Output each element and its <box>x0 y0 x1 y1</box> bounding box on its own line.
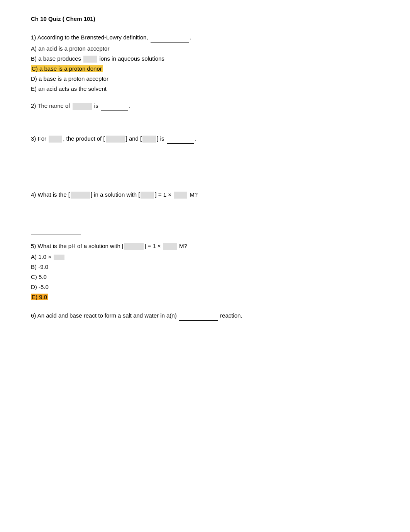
q1-option-b: B) a base produces ions in aqueous solut… <box>31 54 379 63</box>
q5-option-a: A) 1.0 × <box>31 252 379 262</box>
q5-e-highlight: E) 9.0 <box>31 294 48 300</box>
q1-option-e: E) an acid acts as the solvent <box>31 84 379 93</box>
q1-c-highlight: C) a base is a proton donor <box>31 65 103 72</box>
q1-option-d: D) a base is a proton acceptor <box>31 74 379 83</box>
question-4: 4) What is the [] in a solution with [] … <box>31 190 379 199</box>
q2-blank <box>101 101 128 111</box>
q5-bracket-image <box>124 243 144 250</box>
q4-bracket1-image <box>71 192 90 199</box>
q1-number: 1) According to the Brønsted-Lowry defin… <box>31 34 191 41</box>
q1-option-a: A) an acid is a proton acceptor <box>31 44 379 53</box>
q5-a-image <box>54 255 64 260</box>
question-3: 3) For , the product of [] and [] is . <box>31 134 379 144</box>
q4-bracket2-image <box>141 192 154 199</box>
page-container: Ch 10 Quiz ( Chem 101) 1) According to t… <box>31 15 379 321</box>
question-2: 2) The name of is . <box>31 101 379 111</box>
q1-b-image <box>83 56 97 63</box>
q3-text: 3) For , the product of [] and [] is . <box>31 134 379 144</box>
q1-option-c: C) a base is a proton donor <box>31 64 379 73</box>
q6-text: 6) An acid and base react to form a salt… <box>31 311 379 321</box>
q1-blank <box>151 33 189 42</box>
q3-bracket2-image <box>142 136 156 143</box>
q3-bracket1-image <box>106 136 125 143</box>
q2-image <box>73 103 92 110</box>
q5-option-e: E) 9.0 <box>31 292 379 302</box>
q3-blank <box>167 134 194 144</box>
page-title: Ch 10 Quiz ( Chem 101) <box>31 15 379 22</box>
q5-option-c: C) 5.0 <box>31 272 379 282</box>
q5-value-image <box>163 243 177 250</box>
question-6: 6) An acid and base react to form a salt… <box>31 311 379 321</box>
q5-text: 5) What is the pH of a solution with [] … <box>31 241 379 251</box>
q1-text: 1) According to the Brønsted-Lowry defin… <box>31 33 379 42</box>
q5-option-b: B) -9.0 <box>31 262 379 272</box>
q4-value-image <box>174 192 187 199</box>
question-5: 5) What is the pH of a solution with [] … <box>31 241 379 302</box>
q4-text: 4) What is the [] in a solution with [] … <box>31 190 379 199</box>
section-divider <box>31 234 81 235</box>
q5-option-d: D) -5.0 <box>31 282 379 292</box>
q6-blank <box>179 311 218 321</box>
q3-image <box>49 136 62 143</box>
question-1: 1) According to the Brønsted-Lowry defin… <box>31 33 379 93</box>
q2-text: 2) The name of is . <box>31 101 379 111</box>
